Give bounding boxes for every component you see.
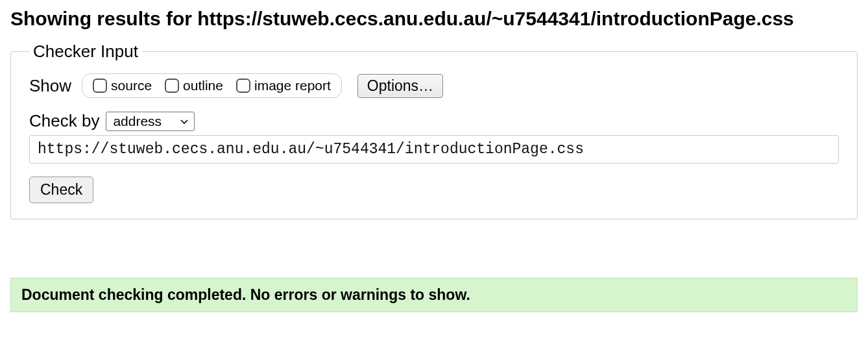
checkbox-outline-label: outline: [183, 78, 223, 93]
checkby-select[interactable]: address: [106, 112, 195, 131]
heading-url: https://stuweb.cecs.anu.edu.au/~u7544341…: [197, 8, 793, 29]
page-heading: Showing results for https://stuweb.cecs.…: [10, 8, 858, 30]
checkbox-image-report[interactable]: image report: [236, 78, 331, 93]
url-row: [29, 135, 839, 164]
checkby-row: Check by address: [29, 111, 839, 131]
checkbox-source-label: source: [111, 78, 152, 93]
checkbox-box-icon: [165, 79, 179, 93]
show-label: Show: [29, 76, 71, 96]
chevron-down-icon: [180, 118, 189, 125]
options-button[interactable]: Options…: [357, 74, 443, 98]
checkbox-box-icon: [93, 79, 107, 93]
checker-input-legend: Checker Input: [29, 42, 142, 62]
checker-input-fieldset: Checker Input Show source outline image …: [10, 42, 858, 219]
checkbox-outline[interactable]: outline: [165, 78, 223, 93]
checkby-selected-value: address: [113, 114, 162, 129]
checkbox-box-icon: [236, 79, 250, 93]
check-row: Check: [29, 177, 839, 203]
show-checkbox-group: source outline image report: [82, 73, 342, 98]
check-button[interactable]: Check: [29, 177, 93, 203]
checkby-label: Check by: [29, 111, 99, 131]
checkbox-image-report-label: image report: [254, 78, 331, 93]
show-row: Show source outline image report Options…: [29, 73, 839, 98]
url-input[interactable]: [29, 135, 839, 164]
heading-prefix: Showing results for: [10, 8, 197, 29]
result-banner: Document checking completed. No errors o…: [10, 278, 858, 312]
result-message: Document checking completed. No errors o…: [21, 286, 470, 303]
checkbox-source[interactable]: source: [93, 78, 152, 93]
